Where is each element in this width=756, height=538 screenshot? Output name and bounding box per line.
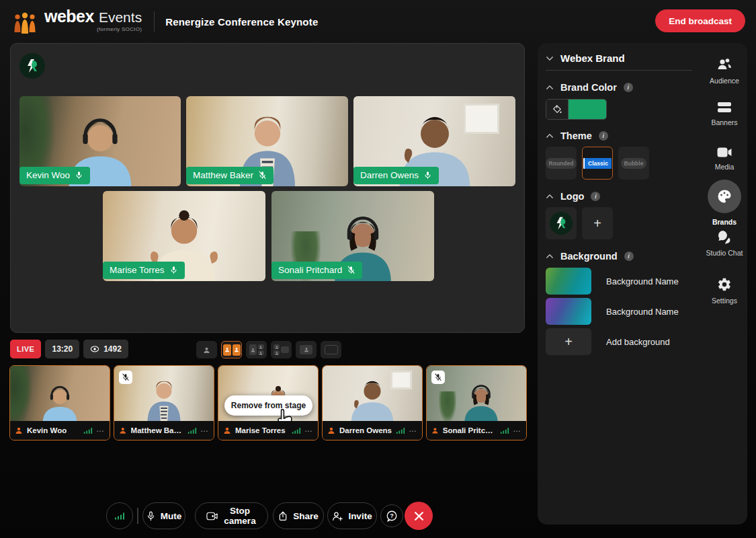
info-icon[interactable]: i xyxy=(599,131,608,141)
media-controls-toolbar: Mute Stop camera Share Invite ? xyxy=(0,502,535,531)
participant-thumbnail[interactable]: Darren Owens … xyxy=(322,365,423,440)
help-button[interactable]: ? xyxy=(380,504,403,527)
theme-option-rounded[interactable]: Rounded xyxy=(546,147,577,180)
stage-canvas: Kevin Woo Matthew Baker xyxy=(10,43,525,333)
speaker-icon xyxy=(223,426,231,434)
speaker-icon xyxy=(119,426,127,434)
mic-icon xyxy=(146,511,155,521)
mic-on-icon xyxy=(75,171,83,180)
participant-thumbnail[interactable]: Remove from stage Marise Torres … xyxy=(218,365,319,440)
end-broadcast-button[interactable]: End broadcast xyxy=(655,9,745,32)
remove-from-stage-menu-item[interactable]: Remove from stage xyxy=(224,395,312,416)
active-item-highlight xyxy=(708,180,741,213)
sidebar-item-brands-active[interactable]: Brands xyxy=(699,180,750,226)
audio-level-button[interactable] xyxy=(106,502,133,529)
connection-signal-icon xyxy=(83,427,93,434)
logo-section-header[interactable]: Logo i xyxy=(546,191,600,202)
brand-color-swatch[interactable] xyxy=(546,99,607,120)
sidebar-item-label: Brands xyxy=(712,218,737,226)
logo-thumbnail[interactable] xyxy=(546,207,577,239)
theme-option-label: Bubble xyxy=(621,158,647,169)
mic-muted-icon xyxy=(258,171,267,180)
stage-video-tile[interactable]: Darren Owens xyxy=(353,96,515,186)
muted-indicator-badge xyxy=(119,371,132,384)
theme-option-bubble[interactable]: Bubble xyxy=(618,147,649,180)
section-divider xyxy=(546,70,692,71)
sidebar-item-label: Media xyxy=(715,163,734,171)
event-title: Renergize Conference Keynote xyxy=(165,16,318,28)
invite-button[interactable]: Invite xyxy=(327,502,377,529)
share-button[interactable]: Share xyxy=(273,502,324,529)
banners-icon xyxy=(716,101,732,114)
theme-section-header[interactable]: Theme i xyxy=(546,130,608,141)
add-background-row[interactable]: + Add background xyxy=(546,328,670,355)
layout-speaker-grid-button[interactable] xyxy=(246,341,267,358)
panel-collapse-header[interactable]: Webex Brand xyxy=(546,52,625,64)
sidebar-item-banners[interactable]: Banners xyxy=(699,101,750,126)
theme-option-label: Rounded xyxy=(546,158,577,169)
info-icon[interactable]: i xyxy=(624,83,633,92)
brand-color-title: Brand Color xyxy=(560,82,617,93)
theme-option-classic-selected[interactable]: Classic xyxy=(582,147,613,180)
stage-video-tile[interactable]: Sonali Pritchard xyxy=(271,191,434,281)
brand-product: Events xyxy=(99,10,142,24)
layout-grid-button-selected[interactable] xyxy=(221,341,242,358)
background-item[interactable]: Background Name xyxy=(546,298,679,325)
stage-video-tile[interactable]: Matthew Baker xyxy=(186,96,348,186)
participant-name: Matthew Baker xyxy=(193,170,253,180)
mic-muted-icon xyxy=(122,373,130,381)
sidebar-item-media[interactable]: Media xyxy=(699,147,750,171)
stop-camera-button[interactable]: Stop camera xyxy=(195,502,268,529)
sidebar-item-studio-chat[interactable]: Studio Chat xyxy=(699,229,750,257)
close-controls-button[interactable] xyxy=(405,502,433,530)
brand-color-value xyxy=(569,100,606,119)
background-thumbnail[interactable] xyxy=(546,298,591,325)
participant-nametag: Darren Owens xyxy=(353,167,439,184)
sidebar-item-audience[interactable]: Audience xyxy=(699,57,750,85)
mute-button[interactable]: Mute xyxy=(142,502,185,529)
sidebar-item-settings[interactable]: Settings xyxy=(699,277,750,305)
thumbnail-name: Sonali Pritchard xyxy=(443,426,496,434)
add-background-button[interactable]: + xyxy=(546,328,591,355)
video-feed xyxy=(10,366,110,422)
add-logo-button[interactable]: + xyxy=(582,207,613,239)
brands-palette-icon xyxy=(716,188,732,204)
chevron-up-icon xyxy=(546,254,554,259)
background-name: Background Name xyxy=(606,276,679,286)
info-icon[interactable]: i xyxy=(591,192,600,201)
mic-on-icon xyxy=(423,171,432,180)
participant-nametag: Kevin Woo xyxy=(19,167,90,184)
participant-name: Marise Torres xyxy=(110,265,165,275)
share-label: Share xyxy=(293,511,319,521)
background-section-header[interactable]: Background i xyxy=(546,251,634,262)
plus-icon: + xyxy=(564,334,573,350)
layout-content-right-button[interactable] xyxy=(271,341,292,358)
sidebar-item-label: Studio Chat xyxy=(706,249,743,257)
background-thumbnail[interactable] xyxy=(546,268,591,295)
thumbnail-info-bar: Matthew Baker … xyxy=(114,421,214,440)
eye-icon xyxy=(90,346,99,352)
chevron-up-icon xyxy=(546,133,554,139)
participant-thumbnail[interactable]: Matthew Baker … xyxy=(114,365,214,440)
background-title: Background xyxy=(560,251,618,262)
stage-video-tile[interactable]: Kevin Woo xyxy=(19,96,181,186)
participant-thumbnail[interactable]: Sonali Pritchard … xyxy=(426,365,527,440)
brand-color-section-header[interactable]: Brand Color i xyxy=(546,82,633,93)
participant-thumbnail[interactable]: Kevin Woo … xyxy=(9,365,110,440)
thumbnail-info-bar: Darren Owens … xyxy=(323,421,422,440)
connection-signal-icon xyxy=(396,427,405,434)
connection-signal-icon xyxy=(187,427,197,434)
logo-title: Logo xyxy=(560,191,584,202)
background-item[interactable]: Background Name xyxy=(546,268,679,295)
toolbar-divider xyxy=(137,508,138,524)
stage-video-tile[interactable]: Marise Torres xyxy=(103,191,265,281)
chevron-down-icon xyxy=(546,56,554,61)
layout-pip-button[interactable] xyxy=(296,341,317,358)
live-badge: LIVE xyxy=(10,340,41,358)
help-icon: ? xyxy=(386,510,398,522)
connection-signal-icon xyxy=(500,427,509,434)
info-icon[interactable]: i xyxy=(624,252,634,261)
layout-fullscreen-button[interactable] xyxy=(321,341,341,358)
brand-formerly: (formerly SOCIO) xyxy=(44,27,142,32)
layout-single-button[interactable] xyxy=(196,341,217,358)
